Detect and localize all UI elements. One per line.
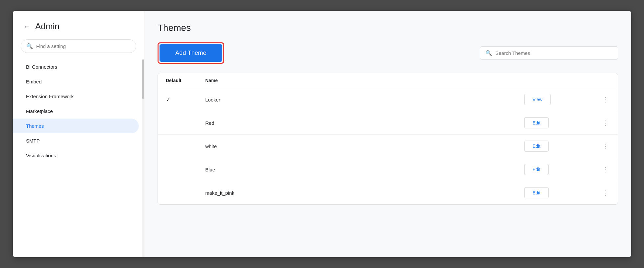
sidebar-search-icon: 🔍 [26, 43, 33, 49]
edit-button[interactable]: Edit [524, 141, 549, 152]
back-icon[interactable]: ← [23, 23, 30, 30]
col-header-action [524, 78, 590, 83]
col-header-default: Default [166, 78, 205, 83]
cell-name: Red [205, 120, 524, 126]
cell-action: Edit [524, 117, 590, 128]
table-row: BlueEdit⋮ [158, 158, 618, 181]
search-themes-input[interactable] [495, 50, 612, 56]
edit-button[interactable]: Edit [524, 164, 549, 175]
col-header-name: Name [205, 78, 524, 83]
app-window: ← Admin 🔍 BI ConnectorsEmbedExtension Fr… [13, 11, 631, 257]
cell-action: Edit [524, 187, 590, 198]
main-inner: Themes Add Theme 🔍 Default Name [144, 11, 631, 257]
more-options-icon[interactable]: ⋮ [590, 142, 610, 150]
table-rows-container: ✓LookerView⋮RedEdit⋮whiteEdit⋮BlueEdit⋮m… [158, 88, 618, 204]
sidebar-item-bi-connectors[interactable]: BI Connectors [13, 59, 139, 74]
sidebar-item-smtp[interactable]: SMTP [13, 133, 139, 148]
sidebar-item-embed[interactable]: Embed [13, 74, 139, 89]
col-header-more [590, 78, 610, 83]
more-options-icon[interactable]: ⋮ [590, 189, 610, 197]
sidebar-title: Admin [35, 21, 60, 32]
cell-name: white [205, 144, 524, 149]
search-themes-icon: 🔍 [485, 50, 492, 56]
edit-button[interactable]: Edit [524, 187, 549, 198]
cell-action: View [524, 94, 590, 105]
table-row: make_it_pinkEdit⋮ [158, 181, 618, 204]
cell-name: Blue [205, 167, 524, 172]
cell-default: ✓ [166, 96, 205, 103]
sidebar-search-box: 🔍 [21, 39, 136, 53]
sidebar-item-themes[interactable]: Themes [13, 119, 139, 133]
more-options-icon[interactable]: ⋮ [590, 96, 610, 103]
cell-action: Edit [524, 164, 590, 175]
sidebar-header: ← Admin [13, 11, 144, 39]
sidebar-nav: BI ConnectorsEmbedExtension FrameworkMar… [13, 59, 144, 257]
cell-action: Edit [524, 141, 590, 152]
cell-name: Looker [205, 97, 524, 102]
table-row: ✓LookerView⋮ [158, 88, 618, 111]
sidebar-search-input[interactable] [36, 43, 131, 49]
more-options-icon[interactable]: ⋮ [590, 119, 610, 127]
themes-table: Default Name ✓LookerView⋮RedEdit⋮whiteEd… [158, 73, 618, 205]
scrollbar-thumb[interactable] [142, 59, 144, 99]
table-row: RedEdit⋮ [158, 111, 618, 135]
scrollbar-track [142, 59, 144, 257]
edit-button[interactable]: Edit [524, 117, 549, 128]
main-content: Themes Add Theme 🔍 Default Name [144, 11, 631, 257]
toolbar: Add Theme 🔍 [158, 42, 618, 64]
sidebar-item-extension-framework[interactable]: Extension Framework [13, 89, 139, 104]
table-header: Default Name [158, 73, 618, 88]
view-button[interactable]: View [524, 94, 551, 105]
search-themes-box: 🔍 [480, 46, 618, 60]
table-row: whiteEdit⋮ [158, 135, 618, 158]
sidebar-item-visualizations[interactable]: Visualizations [13, 148, 139, 163]
add-theme-btn-wrapper: Add Theme [158, 42, 224, 64]
add-theme-button[interactable]: Add Theme [160, 44, 222, 62]
page-title: Themes [158, 23, 618, 33]
sidebar: ← Admin 🔍 BI ConnectorsEmbedExtension Fr… [13, 11, 144, 257]
more-options-icon[interactable]: ⋮ [590, 166, 610, 173]
sidebar-item-marketplace[interactable]: Marketplace [13, 104, 139, 119]
cell-name: make_it_pink [205, 190, 524, 196]
